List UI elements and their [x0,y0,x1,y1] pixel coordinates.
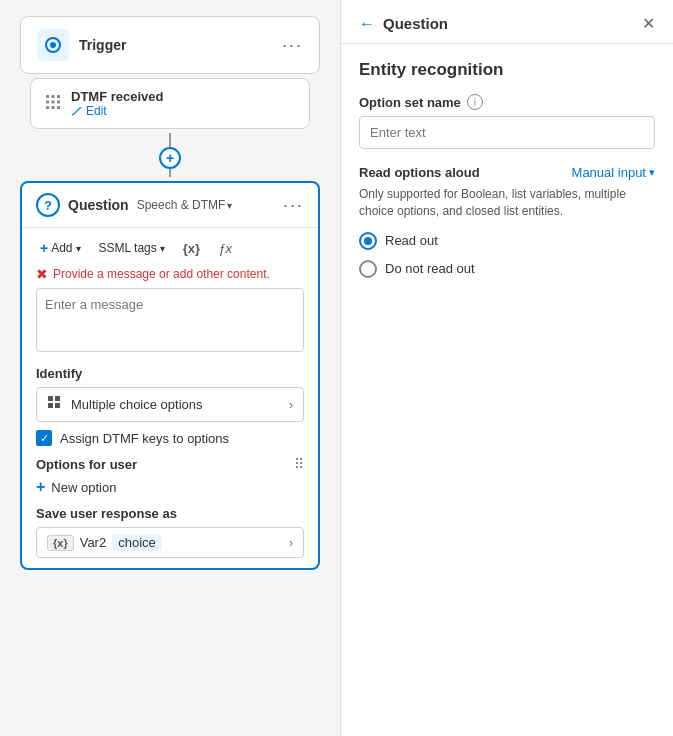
question-dots[interactable]: ··· [283,195,304,216]
save-label: Save user response as [36,506,304,521]
identify-row-left: Multiple choice options [47,395,203,414]
identify-chevron-icon: › [289,398,293,412]
options-section: Options for user ⠿ + New option [36,456,304,496]
helper-text: Only supported for Boolean, list variabl… [359,186,655,220]
option-set-label: Option set name [359,95,461,110]
dtmf-title: DTMF received [71,89,163,104]
info-icon[interactable]: i [467,94,483,110]
svg-rect-5 [46,101,49,104]
panel-title: Question [383,15,448,32]
radio-read-out-inner [364,237,372,245]
svg-rect-2 [46,95,49,98]
question-block: ? Question Speech & DTMF ▾ ··· + Add ▾ S… [20,181,320,570]
svg-rect-7 [57,101,60,104]
trigger-dots[interactable]: ··· [282,35,303,56]
radio-do-not-read-outer [359,260,377,278]
connector-line-bottom [169,169,171,177]
connector: + [159,133,181,177]
radio-do-not-read[interactable]: Do not read out [359,260,655,278]
svg-rect-12 [55,396,60,401]
read-options-label: Read options aloud [359,165,480,180]
toolbar-row: + Add ▾ SSML tags ▾ {x} ƒx [36,238,304,258]
trigger-icon [37,29,69,61]
svg-rect-9 [52,106,55,109]
error-icon: ✖ [36,266,48,282]
svg-rect-8 [46,106,49,109]
svg-rect-13 [48,403,53,408]
svg-point-1 [50,42,56,48]
variable-button[interactable]: {x} [179,239,204,258]
add-chevron-icon: ▾ [76,243,81,254]
read-options-row: Read options aloud Manual input ▾ [359,165,655,180]
ssml-chevron-icon: ▾ [160,243,165,254]
question-q-icon: ? [36,193,60,217]
panel-body: Entity recognition Option set name i Rea… [341,44,673,736]
panel-header: ← Question ✕ [341,0,673,44]
svg-rect-10 [57,106,60,109]
identify-label: Identify [36,366,304,381]
new-option-row[interactable]: + New option [36,478,304,496]
radio-read-out-outer [359,232,377,250]
svg-rect-6 [52,101,55,104]
left-panel: Trigger ··· DTMF received Edit [0,0,340,736]
drag-icon: ⠿ [294,456,304,472]
mode-chevron-icon: ▾ [227,200,232,211]
ssml-button[interactable]: SSML tags ▾ [95,239,169,257]
identify-section: Identify Multiple choice options [36,366,304,422]
radio-do-not-read-label: Do not read out [385,261,475,276]
save-var-name: Var2 [80,535,107,550]
checkbox-row[interactable]: ✓ Assign DTMF keys to options [36,430,304,446]
radio-read-out[interactable]: Read out [359,232,655,250]
error-text: Provide a message or add other content. [53,267,270,281]
question-mode-dropdown[interactable]: Speech & DTMF ▾ [137,198,233,212]
options-header: Options for user ⠿ [36,456,304,472]
dtmf-block: DTMF received Edit [30,78,310,129]
var-badge: {x} [47,535,74,551]
dtmf-icon [45,94,61,113]
radio-read-out-label: Read out [385,233,438,248]
save-choice-label: choice [112,534,162,551]
new-option-plus-icon: + [36,478,45,496]
right-panel: ← Question ✕ Entity recognition Option s… [340,0,673,736]
radio-group: Read out Do not read out [359,232,655,278]
trigger-block: Trigger ··· [20,16,320,74]
save-row-left: {x} Var2 choice [47,534,162,551]
manual-input-button[interactable]: Manual input ▾ [572,165,655,180]
option-set-input[interactable] [359,116,655,149]
save-chevron-icon: › [289,536,293,550]
panel-header-left: ← Question [359,15,448,33]
grid-icon [47,395,63,414]
save-section: Save user response as {x} Var2 choice › [36,506,304,558]
fx-button[interactable]: ƒx [214,239,236,258]
options-label: Options for user [36,457,137,472]
trigger-title: Trigger [79,37,126,53]
question-header-left: ? Question Speech & DTMF ▾ [36,193,232,217]
dtmf-edit-link[interactable]: Edit [71,104,163,118]
new-option-text: New option [51,480,116,495]
add-circle-button[interactable]: + [159,147,181,169]
option-set-label-row: Option set name i [359,94,655,110]
trigger-left: Trigger [37,29,126,61]
svg-rect-4 [57,95,60,98]
message-input[interactable] [36,288,304,352]
section-title: Entity recognition [359,60,655,80]
checkbox-icon: ✓ [36,430,52,446]
svg-rect-11 [48,396,53,401]
svg-rect-3 [52,95,55,98]
checkbox-label: Assign DTMF keys to options [60,431,229,446]
back-arrow-button[interactable]: ← [359,15,375,33]
question-header: ? Question Speech & DTMF ▾ ··· [22,183,318,228]
question-body: + Add ▾ SSML tags ▾ {x} ƒx ✖ Provide a [22,228,318,568]
identify-row[interactable]: Multiple choice options › [36,387,304,422]
identify-option-label: Multiple choice options [71,397,203,412]
connector-line-top [169,133,171,147]
save-row[interactable]: {x} Var2 choice › [36,527,304,558]
manual-chevron-icon: ▾ [649,166,655,179]
question-title: Question [68,197,129,213]
dtmf-content: DTMF received Edit [71,89,163,118]
add-button[interactable]: + Add ▾ [36,238,85,258]
svg-rect-14 [55,403,60,408]
error-row: ✖ Provide a message or add other content… [36,266,304,282]
close-button[interactable]: ✕ [642,14,655,33]
